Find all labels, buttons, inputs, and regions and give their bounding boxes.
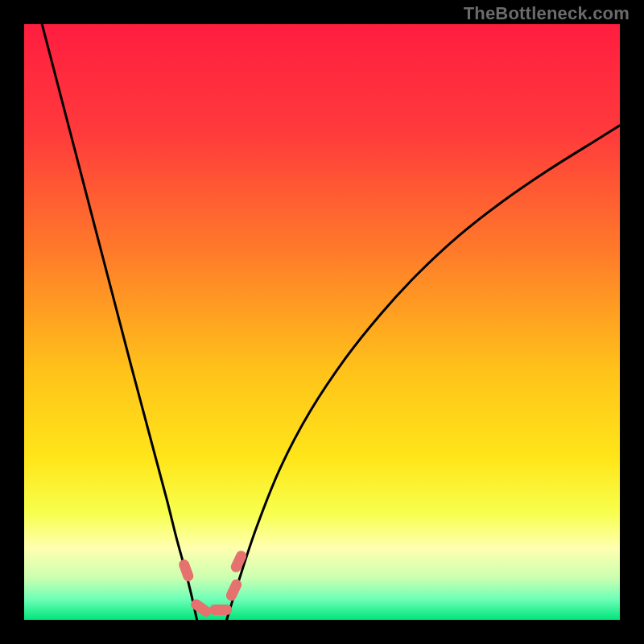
pill-mid-right	[209, 605, 232, 615]
svg-rect-3	[209, 605, 232, 615]
chart-frame: { "watermark": "TheBottleneck.com", "cha…	[0, 0, 644, 644]
plot-background	[24, 24, 620, 620]
watermark-label: TheBottleneck.com	[464, 3, 630, 24]
bottleneck-chart	[0, 0, 644, 644]
